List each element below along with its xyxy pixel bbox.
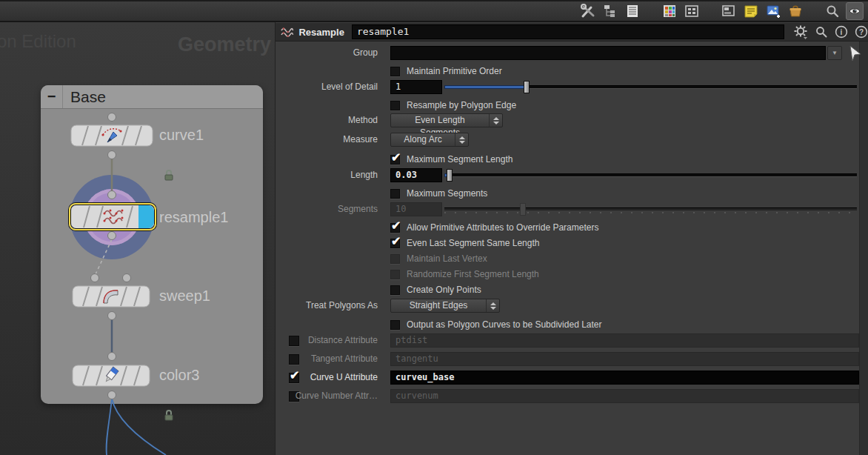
palette-icon: [662, 4, 677, 19]
param-label: Curve U Attribute: [276, 371, 378, 385]
param-label: Segments: [276, 202, 378, 216]
param-row-distance-attribute: Distance Attribute ptdist: [276, 333, 868, 348]
tools-icon[interactable]: [579, 2, 597, 20]
checkbox-label: Maximum Segments: [407, 187, 487, 201]
level-of-detail-slider[interactable]: [444, 81, 857, 93]
curve-u-attribute-input[interactable]: curveu_base: [390, 371, 859, 385]
param-row-maximum-segments: Maximum Segments: [276, 187, 868, 202]
lock-icon[interactable]: [164, 169, 174, 181]
param-row-resample-by-polygon-edge: Resample by Polygon Edge: [276, 99, 868, 113]
checkbox-label: Output as Polygon Curves to be Subdivide…: [407, 318, 602, 332]
checkbox[interactable]: [390, 67, 400, 76]
node-sweep1[interactable]: [72, 285, 150, 308]
measure-dropdown[interactable]: Along Arc: [390, 133, 469, 147]
network-editor-pane: on Edition Geometry − Base: [0, 22, 276, 455]
select-arrow-icon[interactable]: [847, 44, 864, 62]
magnifier-icon: [825, 4, 840, 19]
grid-panel-icon: [684, 4, 699, 19]
param-row-method: Method Even Length Segments: [276, 113, 868, 128]
length-input[interactable]: 0.03: [390, 168, 442, 182]
sticky-note-icon[interactable]: [742, 2, 760, 20]
checkbox-label: Maintain Last Vertex: [407, 252, 487, 266]
info-icon[interactable]: i: [835, 25, 848, 39]
param-label: Group: [276, 46, 378, 60]
param-row-group: Group ▼: [276, 46, 868, 61]
param-row-curve-number-attribute: Curve Number Attr… curvenum: [276, 389, 868, 404]
houdini-window: on Edition Geometry − Base: [0, 0, 868, 455]
help-icon[interactable]: ?: [855, 25, 868, 39]
param-row-maximum-segment-length: Maximum Segment Length: [276, 153, 868, 167]
display-flag[interactable]: [138, 205, 154, 228]
checkbox[interactable]: [390, 101, 400, 110]
lock-icon[interactable]: [164, 409, 174, 421]
param-label: Level of Detail: [276, 80, 378, 94]
param-label: Method: [276, 113, 378, 127]
param-row-measure: Measure Along Arc: [276, 133, 868, 147]
network-boxes-icon[interactable]: [683, 2, 701, 20]
checkbox-label: Resample by Polygon Edge: [407, 99, 516, 113]
desktop-layout-icon[interactable]: [720, 2, 738, 20]
param-row-maintain-last-vertex: Maintain Last Vertex: [276, 252, 868, 267]
checkbox[interactable]: [390, 320, 400, 330]
gift-box-icon[interactable]: [787, 2, 804, 20]
group-dropdown-button[interactable]: ▼: [827, 46, 842, 60]
length-slider[interactable]: [444, 169, 857, 182]
checkbox-label: Even Last Segment Same Length: [407, 236, 539, 250]
param-label: Curve Number Attr…: [276, 389, 378, 403]
param-row-length: Length 0.03: [276, 168, 868, 183]
note-icon: [744, 4, 758, 19]
search-parms-icon[interactable]: [815, 25, 828, 39]
details-pane-icon[interactable]: [624, 2, 641, 20]
param-row-maintain-primitive-order: Maintain Primitive Order: [276, 64, 868, 79]
tree-icon: [603, 4, 618, 19]
image-plus-icon: [766, 4, 781, 19]
node-label-resample1: resample1: [159, 209, 228, 226]
distance-attribute-input: ptdist: [390, 333, 859, 348]
slider-handle[interactable]: [447, 169, 453, 182]
visibility-toggle-icon[interactable]: [846, 2, 864, 20]
segments-slider: [444, 203, 857, 216]
level-of-detail-input[interactable]: 1: [390, 80, 442, 94]
segments-input: 10: [390, 202, 442, 216]
param-row-tangent-attribute: Tangent Attribute tangentu: [276, 352, 868, 367]
node-label-sweep1: sweep1: [159, 288, 210, 305]
checkbox[interactable]: [390, 239, 400, 248]
tangent-attribute-input: tangentu: [390, 352, 859, 366]
group-input[interactable]: [390, 46, 826, 60]
slider-handle[interactable]: [524, 81, 530, 93]
param-row-curve-u-attribute: Curve U Attribute curveu_base: [276, 371, 868, 385]
param-row-segments: Segments 10: [276, 202, 868, 217]
node-label-color3: color3: [159, 367, 199, 384]
param-row-randomize-first-segment: Randomize First Segment Length: [276, 268, 868, 282]
param-label: Distance Attribute: [276, 333, 378, 348]
checkbox[interactable]: [390, 285, 400, 295]
search-icon[interactable]: [824, 2, 841, 20]
treat-polygons-dropdown[interactable]: Straight Edges: [390, 299, 500, 313]
param-label: Length: [276, 168, 378, 182]
spinner-arrows-icon: [489, 114, 502, 127]
checkbox-label: Maximum Segment Length: [407, 153, 513, 167]
basket-icon: [788, 4, 803, 19]
parameter-pane: Resample resample1 i: [276, 22, 868, 455]
node-color3[interactable]: [72, 365, 150, 387]
checkbox[interactable]: [390, 155, 400, 165]
tree-view-icon[interactable]: [601, 2, 619, 20]
eye-icon: [848, 4, 861, 18]
color-palette-icon[interactable]: [661, 2, 678, 20]
node-name-input[interactable]: resample1: [352, 24, 784, 39]
checkbox[interactable]: [390, 189, 400, 199]
node-curve1[interactable]: [70, 124, 153, 147]
node-label-curve1: curve1: [159, 127, 204, 144]
param-row-treat-polygons-as: Treat Polygons As Straight Edges: [276, 299, 868, 313]
resample-node-icon: [280, 26, 294, 38]
checkbox[interactable]: [390, 223, 400, 233]
parameter-header: Resample resample1 i: [276, 23, 868, 41]
spinner-arrows-icon: [486, 299, 499, 312]
add-image-icon[interactable]: [764, 2, 782, 20]
svg-text:i: i: [841, 28, 843, 36]
param-row-create-only-points: Create Only Points: [276, 283, 868, 298]
gear-icon[interactable]: [793, 24, 808, 39]
list-icon: [625, 4, 640, 19]
method-dropdown[interactable]: Even Length Segments: [390, 113, 503, 127]
node-resample1[interactable]: [69, 203, 156, 230]
